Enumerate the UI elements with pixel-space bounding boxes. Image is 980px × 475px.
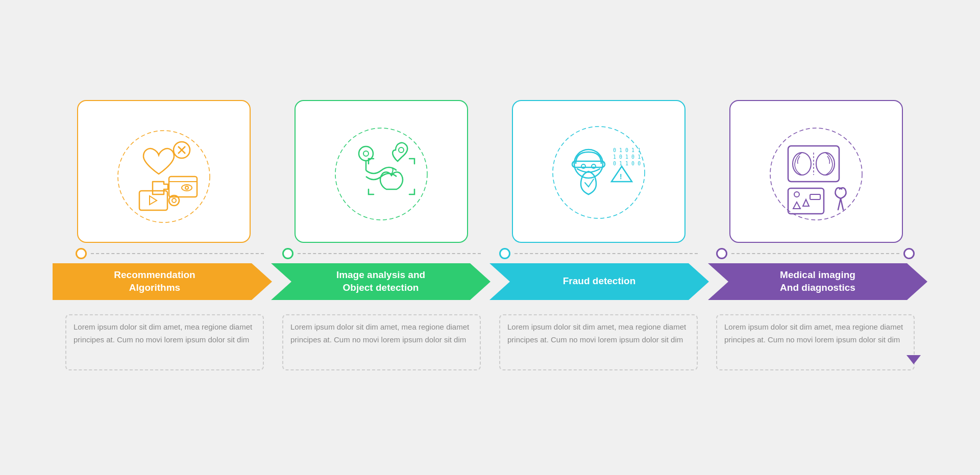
medical-icon: [760, 115, 872, 228]
arrow-2-label: Image analysis and Object detection: [271, 269, 491, 294]
svg-point-27: [816, 153, 835, 175]
fraud-icon: 0 1 0 1 1 1 0 1 0 1 0 1 1 0 0 !: [543, 115, 655, 228]
dot-4: [716, 248, 727, 259]
svg-point-9: [182, 185, 192, 191]
recommendation-icon: [108, 115, 220, 228]
arrow-3: Fraud detection: [489, 263, 709, 300]
dot-3: [499, 248, 510, 259]
icon-card-3: 0 1 0 1 1 1 0 1 0 1 0 1 1 0 0 !: [512, 100, 685, 243]
desc-text-2: Lorem ipsum dolor sit dim amet, mea regi…: [290, 320, 473, 346]
svg-point-26: [793, 153, 811, 175]
arrow-4-text: Medical imaging And diagnostics: [780, 269, 855, 293]
desc-text-4: Lorem ipsum dolor sit dim amet, mea regi…: [724, 320, 906, 346]
card-medical: [717, 100, 916, 243]
arrow-1: Recommendation Algorithms: [53, 263, 272, 300]
arrow-3-label: Fraud detection: [489, 275, 709, 288]
svg-text:0 1 1 0 0: 0 1 1 0 0: [613, 161, 641, 166]
svg-point-24: [553, 127, 645, 218]
cards-row: 0 1 0 1 1 1 0 1 0 1 0 1 1 0 0 !: [31, 100, 949, 243]
image-analysis-icon: [325, 115, 437, 228]
icon-card-1: [77, 100, 251, 243]
desc-row: Lorem ipsum dolor sit dim amet, mea regi…: [56, 314, 924, 376]
svg-point-20: [574, 149, 603, 178]
infographic: 0 1 0 1 1 1 0 1 0 1 0 1 1 0 0 !: [31, 80, 949, 396]
desc-text-3: Lorem ipsum dolor sit dim amet, mea regi…: [507, 320, 690, 346]
svg-text:0 1 0 1 1: 0 1 0 1 1: [613, 147, 641, 153]
icon-card-4: [729, 100, 903, 243]
desc-box-1: Lorem ipsum dolor sit dim amet, mea regi…: [65, 314, 264, 370]
svg-point-30: [794, 192, 799, 197]
svg-marker-31: [793, 202, 800, 209]
arrow-3-text: Fraud detection: [563, 276, 636, 286]
svg-text:1 0 1 0 1: 1 0 1 0 1: [613, 154, 641, 160]
svg-rect-33: [810, 194, 820, 199]
arrow-4-label: Medical imaging And diagnostics: [708, 269, 927, 294]
svg-point-13: [363, 151, 369, 156]
connector-dots-row: [56, 248, 924, 259]
desc-box-3: Lorem ipsum dolor sit dim amet, mea regi…: [499, 314, 698, 370]
arrow-1-label: Recommendation Algorithms: [53, 269, 272, 294]
card-recommendation: [64, 100, 263, 243]
svg-marker-32: [803, 199, 809, 206]
svg-rect-21: [572, 161, 605, 167]
line-3: [514, 253, 698, 254]
dot-5: [903, 248, 915, 259]
desc-box-2: Lorem ipsum dolor sit dim amet, mea regi…: [282, 314, 481, 370]
down-arrow-indicator: [906, 355, 921, 364]
arrow-4: Medical imaging And diagnostics: [708, 263, 927, 300]
arrow-2-text: Image analysis and Object detection: [336, 269, 425, 293]
line-4: [731, 253, 899, 254]
arrow-2: Image analysis and Object detection: [271, 263, 491, 300]
icon-card-2: [295, 100, 468, 243]
line-1: [91, 253, 264, 254]
svg-rect-3: [169, 177, 197, 197]
svg-point-10: [185, 186, 188, 189]
card-image-analysis: [282, 100, 481, 243]
svg-point-34: [770, 128, 862, 220]
card-fraud: 0 1 0 1 1 1 0 1 0 1 0 1 1 0 0 !: [499, 100, 698, 243]
dot-2: [282, 248, 293, 259]
svg-rect-29: [788, 188, 824, 214]
svg-point-14: [399, 147, 404, 153]
svg-point-15: [335, 128, 427, 220]
arrow-1-text: Recommendation Algorithms: [114, 269, 195, 293]
svg-text:!: !: [620, 172, 622, 181]
arrow-row: Recommendation Algorithms Image analysis…: [56, 263, 924, 300]
desc-box-4: Lorem ipsum dolor sit dim amet, mea regi…: [716, 314, 915, 370]
line-2: [298, 253, 481, 254]
svg-point-8: [172, 198, 176, 203]
desc-text-1: Lorem ipsum dolor sit dim amet, mea regi…: [74, 320, 256, 346]
dot-1: [76, 248, 87, 259]
svg-marker-6: [150, 196, 157, 205]
